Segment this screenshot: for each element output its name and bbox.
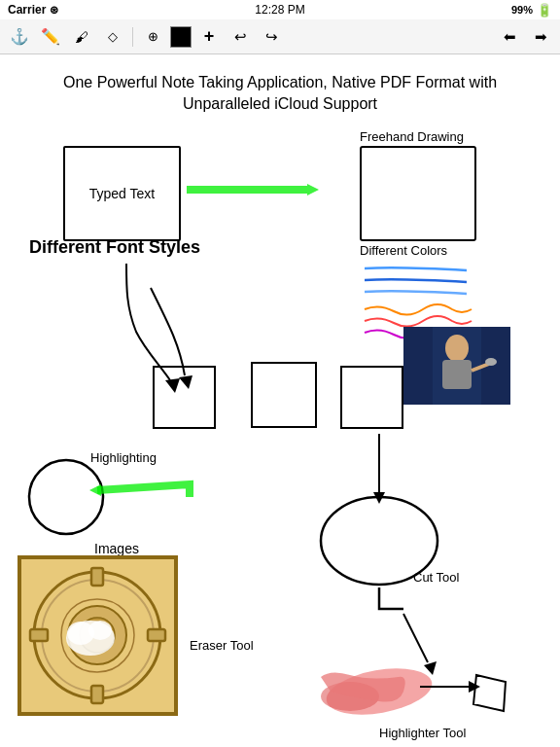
gear-image (18, 555, 178, 716)
svg-marker-25 (424, 661, 437, 675)
undo-btn[interactable]: ↩ (227, 23, 254, 51)
eraser-label: Eraser Tool (190, 638, 254, 653)
svg-rect-1 (403, 327, 433, 405)
color-picker-btn[interactable] (170, 26, 192, 48)
svg-rect-12 (91, 686, 103, 703)
svg-marker-19 (307, 184, 319, 196)
toolbar: ⚓ ✏️ 🖌 ◇ ⊕ + ↩ ↪ ⬅ ➡ (0, 19, 560, 54)
battery-icon: 🔋 (537, 3, 552, 18)
svg-marker-31 (89, 484, 101, 496)
small-box-1 (153, 366, 216, 429)
eraser-tool-btn[interactable]: ◇ (99, 23, 126, 51)
svg-rect-13 (30, 629, 48, 641)
highlighting-label: Highlighting (90, 450, 157, 465)
wifi-icon: ⊛ (50, 4, 58, 17)
back-btn[interactable]: ⬅ (496, 23, 523, 51)
add-btn[interactable]: + (195, 23, 223, 51)
freehand-label: Freehand Drawing (360, 129, 464, 144)
svg-marker-29 (469, 681, 480, 693)
font-styles-text: Different Font Styles (29, 237, 200, 257)
small-box-2 (251, 362, 317, 428)
main-title: One Powerful Note Taking Application, Na… (29, 72, 531, 116)
toolbar-separator-1 (132, 27, 133, 47)
status-right: 99% 🔋 (511, 3, 552, 18)
highlighter-text: Highlighter Tool (379, 726, 466, 740)
highlighting-text: Highlighting (90, 450, 157, 465)
svg-rect-14 (148, 629, 165, 641)
redo-btn[interactable]: ↪ (258, 23, 285, 51)
images-label: Images (58, 541, 175, 556)
carrier-label: Carrier (8, 3, 46, 17)
svg-point-17 (88, 621, 112, 640)
eraser-text: Eraser Tool (190, 638, 254, 653)
forward-btn[interactable]: ➡ (527, 23, 554, 51)
images-text: Images (94, 541, 139, 556)
svg-marker-22 (373, 492, 385, 504)
svg-rect-4 (442, 360, 472, 389)
canvas-area: One Powerful Note Taking Application, Na… (0, 54, 560, 747)
typed-text-label: Typed Text (89, 186, 155, 201)
svg-point-3 (445, 335, 469, 362)
highlighter-label: Highlighter Tool (379, 726, 466, 740)
svg-point-30 (29, 460, 103, 534)
typed-text-box: Typed Text (63, 146, 181, 241)
person-image (403, 327, 510, 405)
svg-point-27 (321, 682, 379, 711)
colors-label: Different Colors (360, 243, 447, 258)
colors-label-text: Different Colors (360, 243, 447, 258)
svg-rect-11 (91, 568, 103, 586)
battery-label: 99% (511, 4, 533, 16)
anchor-tool-btn[interactable]: ⚓ (6, 23, 33, 51)
cut-label: Cut Tool (413, 570, 459, 585)
small-box-3 (340, 366, 403, 429)
brush-tool-btn[interactable]: 🖌 (68, 23, 95, 51)
lasso-tool-btn[interactable]: ⊕ (139, 23, 166, 51)
freehand-drawing-box (360, 146, 476, 241)
freehand-label-text: Freehand Drawing (360, 129, 464, 144)
cut-text: Cut Tool (413, 570, 459, 585)
svg-point-6 (485, 358, 497, 366)
main-title-text: One Powerful Note Taking Application, Na… (63, 74, 497, 112)
status-time: 12:28 PM (255, 3, 304, 17)
svg-line-24 (403, 614, 428, 662)
status-bar: Carrier ⊛ 12:28 PM 99% 🔋 (0, 0, 560, 19)
svg-point-26 (323, 661, 436, 722)
status-left: Carrier ⊛ (8, 3, 58, 17)
pencil-tool-btn[interactable]: ✏️ (37, 23, 64, 51)
font-styles-label: Different Font Styles (29, 237, 200, 258)
